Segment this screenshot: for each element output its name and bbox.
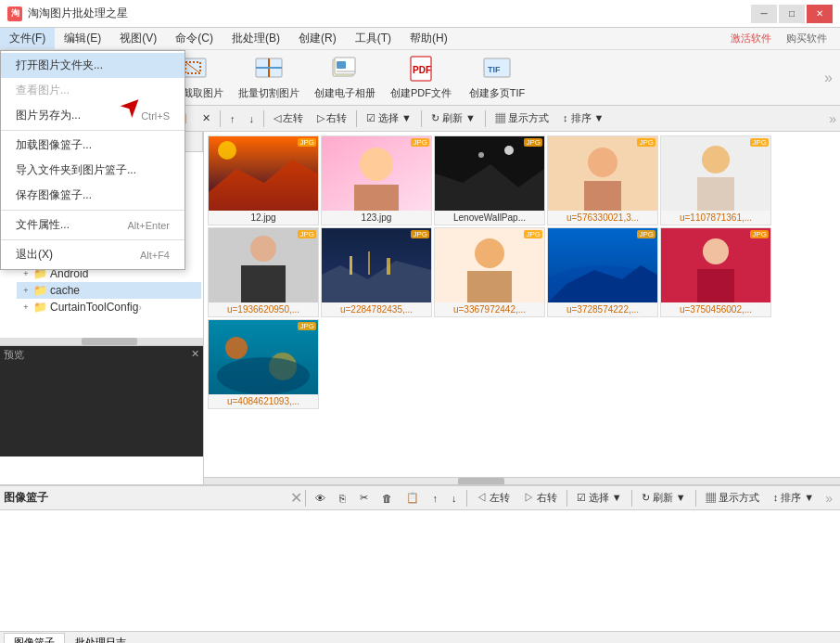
image-thumb-10[interactable]: JPG u=4084621093,... (208, 319, 319, 409)
svg-point-29 (504, 146, 514, 155)
basket-tb-delete[interactable]: 🗑 (375, 490, 399, 507)
close-button[interactable]: ✕ (807, 5, 833, 23)
basket-sort[interactable]: ↕ 排序 ▼ (767, 488, 821, 508)
image-thumb-7[interactable]: JPG u=3367972442,... (434, 227, 545, 317)
menu-load-basket[interactable]: 加载图像篮子... (1, 133, 185, 158)
app-title: 淘淘图片批处理之星 (28, 6, 128, 21)
cache-label: cache (50, 284, 80, 297)
tif-label: 创建多页TIF (469, 87, 526, 99)
preview-close-btn[interactable]: ✕ (191, 348, 199, 360)
cut-icon (254, 55, 284, 84)
basket-tb-copy[interactable]: ⎘ (333, 490, 352, 507)
grid-scrollbar-h[interactable] (204, 477, 840, 484)
bottom-toolbar: 图像篮子 ✕ 👁 ⎘ ✂ 🗑 📋 ↑ ↓ ◁ 左转 ▷ 右转 ☑ 选择 ▼ ↻ … (0, 486, 840, 510)
album-label: 创建电子相册 (314, 87, 375, 99)
separator-2 (1, 210, 185, 211)
menu-item-command[interactable]: 命令(C) (166, 28, 223, 49)
basket-tb-eye[interactable]: 👁 (309, 490, 332, 507)
maximize-button[interactable]: □ (779, 5, 805, 23)
delete-button[interactable]: ✕ (196, 109, 217, 127)
svg-point-52 (703, 238, 729, 264)
title-bar-left: 淘 淘淘图片批处理之星 (7, 6, 128, 21)
thumb-label-8: u=3728574222,... (548, 302, 657, 316)
refresh-button[interactable]: ↻ 刷新 ▼ (425, 109, 482, 128)
rotate-left-button[interactable]: ◁ 左转 (267, 109, 310, 128)
tree-item-cache[interactable]: + 📁 cache (17, 282, 201, 299)
basket-rotate-right[interactable]: ▷ 右转 (517, 488, 564, 508)
menu-item-edit[interactable]: 编辑(E) (55, 28, 110, 49)
svg-rect-47 (467, 271, 512, 302)
svg-text:TIF: TIF (488, 65, 501, 74)
menu-item-help[interactable]: 帮助(H) (401, 28, 457, 49)
thumb-label-4: u=1107871361,... (661, 211, 770, 225)
image-thumb-2[interactable]: JPG LenoveWallPap... (434, 135, 545, 225)
svg-rect-42 (350, 256, 352, 275)
menu-exit[interactable]: 退出(X) Alt+F4 (1, 242, 185, 267)
toolbar-btn-pdf[interactable]: PDF 创建PDF文件 (384, 52, 458, 104)
basket-refresh[interactable]: ↻ 刷新 ▼ (635, 488, 693, 508)
thumb-img-2: JPG (435, 136, 544, 211)
move-down-button[interactable]: ↓ (242, 110, 261, 127)
menu-save-basket[interactable]: 保存图像篮子... (1, 183, 185, 208)
menu-item-batch[interactable]: 批处理(B) (223, 28, 289, 49)
svg-point-35 (702, 146, 730, 174)
toolbar-sep-6 (421, 110, 422, 127)
menu-item-create[interactable]: 创建(R) (289, 28, 346, 49)
album-icon (330, 55, 360, 84)
window-controls: ─ □ ✕ (751, 5, 833, 23)
center-panel: JPG 12.jpg JPG (204, 132, 840, 484)
menu-import-folder[interactable]: 导入文件夹到图片篮子... (1, 158, 185, 183)
basket-select[interactable]: ☑ 选择 ▼ (570, 488, 629, 508)
buy-button[interactable]: 购买软件 (781, 31, 833, 46)
move-up-button[interactable]: ↑ (223, 110, 242, 127)
image-thumb-3[interactable]: JPG u=576330021,3... (547, 135, 658, 225)
image-thumb-1[interactable]: JPG 123.jpg (321, 135, 432, 225)
svg-rect-26 (354, 185, 399, 211)
select-button[interactable]: ☑ 选择 ▼ (360, 109, 418, 128)
bottom-tabs: 图像篮子 批处理日志 (0, 631, 840, 643)
basket-tb-paste[interactable]: 📋 (400, 489, 426, 507)
basket-display[interactable]: ▦ 显示方式 (699, 488, 766, 508)
basket-tb-down[interactable]: ↓ (445, 490, 464, 507)
basket-close-btn[interactable]: ✕ (290, 489, 302, 507)
basket-tb-cut[interactable]: ✂ (353, 489, 375, 507)
basket-expand[interactable]: » (821, 491, 836, 506)
activate-button[interactable]: 激活软件 (725, 31, 777, 46)
pdf-icon: PDF (406, 55, 436, 84)
menu-save-as[interactable]: 图片另存为... Ctrl+S (1, 103, 185, 128)
file-dropdown-menu: 打开图片文件夹... 查看图片... 图片另存为... Ctrl+S 加载图像篮… (0, 50, 185, 270)
svg-point-46 (475, 238, 504, 268)
toolbar-btn-tif[interactable]: TIF 创建多页TIF (460, 52, 534, 104)
image-grid: JPG 12.jpg JPG (204, 132, 840, 477)
image-thumb-6[interactable]: JPG u=2284782435,... (321, 227, 432, 317)
tab-log[interactable]: 批处理日志 (65, 633, 136, 644)
menu-open-folder[interactable]: 打开图片文件夹... (1, 53, 185, 78)
expand-icon[interactable]: » (829, 111, 836, 126)
sort-button[interactable]: ↕ 排序 ▼ (556, 109, 611, 128)
tab-basket[interactable]: 图像篮子 (4, 633, 65, 644)
tree-item-curtain[interactable]: + 📁 CurtainToolConfig › (17, 299, 201, 315)
toolbar-btn-cut[interactable]: 批量切割图片 (232, 52, 306, 104)
minimize-button[interactable]: ─ (751, 5, 777, 23)
toolbar-expand[interactable]: » (824, 70, 836, 86)
menu-item-view[interactable]: 视图(V) (110, 28, 166, 49)
display-button[interactable]: ▦ 显示方式 (489, 109, 555, 128)
tree-scrollbar-h[interactable] (0, 338, 203, 345)
image-thumb-5[interactable]: JPG u=1936620950,... (208, 227, 319, 317)
toolbar-btn-album[interactable]: 创建电子相册 (308, 52, 382, 104)
menu-file-props[interactable]: 文件属性... Alt+Enter (1, 212, 185, 238)
svg-rect-36 (697, 177, 734, 211)
thumb-label-9: u=3750456002,... (661, 302, 770, 316)
image-thumb-8[interactable]: JPG u=3728574222,... (547, 227, 658, 317)
menu-item-file[interactable]: 文件(F) (0, 28, 55, 49)
rotate-right-button[interactable]: ▷ 右转 (311, 109, 353, 128)
separator-1 (1, 130, 185, 131)
image-thumb-9[interactable]: JPG u=3750456002,... (660, 227, 771, 317)
basket-tb-up[interactable]: ↑ (426, 490, 445, 507)
menu-item-tools[interactable]: 工具(T) (346, 28, 401, 49)
basket-rotate-left[interactable]: ◁ 左转 (470, 488, 516, 508)
image-thumb-0[interactable]: JPG 12.jpg (208, 135, 319, 225)
image-thumb-4[interactable]: JPG u=1107871361,... (660, 135, 771, 225)
toolbar-sep-3 (220, 110, 221, 127)
svg-point-23 (218, 141, 236, 160)
